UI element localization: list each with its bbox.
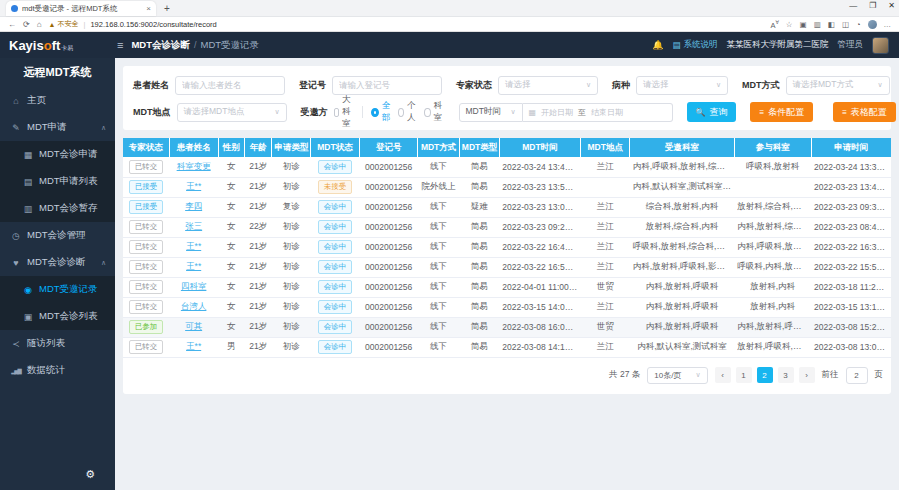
back-icon[interactable]: ← [8,20,16,29]
split-screen-icon[interactable]: ◫ [842,20,849,29]
time-field-select[interactable]: MDT时间∨ [459,103,523,122]
sidebar-item-chart[interactable]: ▂▅▇数据统计 [0,357,115,384]
cell-mdt_place: 兰江 [581,237,630,257]
cell-apply_type: 初诊 [272,217,310,237]
patient-name-link[interactable]: 王** [186,261,201,271]
cell-mdt_status: 会诊中 [310,277,359,297]
next-page-button[interactable]: › [799,367,815,383]
cell-mdt_type: 简易 [459,337,499,357]
browser-menu-icon[interactable]: … [884,20,892,29]
page-button-3[interactable]: 3 [778,367,794,383]
goto-page-input[interactable] [846,367,868,384]
patient-name-link[interactable]: 科室变更 [177,161,211,171]
breadcrumb-root[interactable]: MDT会诊诊断 [131,39,190,52]
collapse-menu-icon[interactable]: ≡ [117,39,123,51]
favorite-star-icon[interactable]: ☆ [786,20,793,29]
reader-icon[interactable]: A∀ [770,19,778,30]
patient-name-link[interactable]: 张三 [185,221,202,231]
condition-config-button[interactable]: ≡条件配置 [750,102,813,122]
sidebar-item-heart[interactable]: ♥MDT会诊诊断∧ [0,249,115,276]
radio-all[interactable]: 全部 [371,100,392,124]
sidebar-item-label: MDT申请列表 [39,175,98,188]
status-badge: 会诊中 [318,240,353,254]
patient-name-link[interactable]: 王** [186,181,201,191]
patient-name-link[interactable]: 王** [186,341,201,351]
date-range-picker[interactable]: ▦ 开始日期 至 结束日期 [523,103,673,122]
table-config-button[interactable]: ≡表格配置 [833,102,896,122]
patient-name-input[interactable] [175,76,285,95]
page-button-1[interactable]: 1 [736,367,752,383]
avatar[interactable] [872,37,889,54]
maximize-button[interactable]: ❐ [869,1,876,10]
page-buttons: ‹ 123 › [715,367,815,383]
cell-mdt_place: 世贸 [581,317,630,337]
sidebar-item-home[interactable]: ⌂主页 [0,87,115,114]
radio-dept[interactable]: 科室 [424,100,445,124]
cell-mdt_time: 2022-03-08 16:00:00 [499,317,580,337]
minimize-button[interactable]: — [849,1,857,10]
browser-profile-icon[interactable] [868,20,877,29]
mdt-records-table: 专家状态患者姓名性别年龄申请类型MDT状态登记号MDT方式MDT类型MDT时间M… [123,138,891,358]
cell-invited_depts: 放射科,综合科,内科 [630,217,734,237]
cell-expert_status: 已接受 [123,197,169,217]
prev-page-button[interactable]: ‹ [715,367,731,383]
column-header: 参与科室 [734,138,811,157]
extension-icon[interactable]: ▥ [814,20,821,29]
cell-expert_status: 已转交 [123,257,169,277]
cell-apply_type: 初诊 [272,177,310,197]
url-text: 192.168.0.156:9002/consultate/record [90,20,216,29]
sidebar-item-grid[interactable]: ▦MDT会诊申请 [0,141,115,168]
address-bar[interactable]: ▲ 不安全 | 192.168.0.156:9002/consultate/re… [49,19,764,29]
mdt-place-select[interactable]: 请选择MDT地点∨ [177,103,287,122]
home-icon[interactable]: ⌂ [37,20,42,29]
gear-icon[interactable]: ⚙ [85,468,95,481]
main-content: 患者姓名 登记号 专家状态 请选择∨ 病种 请选择∨ [115,58,899,490]
status-badge: 会诊中 [318,260,353,274]
extension-icon[interactable]: ▣ [800,20,807,29]
bell-icon[interactable]: 🔔 [652,40,663,50]
sidebar-item-clock[interactable]: ◷MDT会诊管理 [0,222,115,249]
sidebar-item-share[interactable]: ≺随访列表 [0,330,115,357]
browser-tab[interactable]: mdt受邀记录 - 远程MDT系统 × [6,1,156,16]
sidebar-item-user[interactable]: ◉MDT受邀记录 [0,276,115,303]
patient-name-link[interactable]: 四科室 [181,281,207,291]
security-warning-icon[interactable]: ▲ 不安全 [49,19,79,29]
patient-name-link[interactable]: 台湾人 [181,301,207,311]
mdt-mode-select[interactable]: 请选择MDT方式∨ [786,76,890,95]
search-button[interactable]: 🔍查询 [687,102,737,122]
page-size-select[interactable]: 10条/页∨ [647,367,707,384]
sidebar-item-label: MDT会诊管理 [27,229,86,242]
checkbox-big-dept[interactable]: 大科室 [334,94,355,130]
patient-name-link[interactable]: 李四 [185,201,202,211]
close-button[interactable]: ✕ [888,1,895,10]
table-row: 已转交台湾人女21岁初诊会诊中0002001256线下简易2022-03-15 … [123,297,891,317]
system-help-link[interactable]: ▤系统说明 [672,39,717,51]
tab-close-icon[interactable]: × [146,4,151,13]
chevron-icon: ∧ [101,124,106,132]
home-icon: ⌂ [11,96,21,106]
extension-icon[interactable]: ◧ [828,20,835,29]
sidebar-item-list2[interactable]: ▥MDT会诊暂存 [0,195,115,222]
sidebar-item-list[interactable]: ▤MDT申请列表 [0,168,115,195]
reg-no-input[interactable] [332,76,442,95]
cell-age: 21岁 [244,157,272,177]
disease-select[interactable]: 请选择∨ [636,76,728,95]
copilot-icon[interactable]: ◔ [856,20,861,29]
patient-name-link[interactable]: 王** [186,241,201,251]
table-row: 已接受李四女21岁复诊会诊中0002001256线下疑难2022-03-23 1… [123,197,891,217]
new-tab-button[interactable]: + [164,1,170,16]
status-badge: 已接受 [129,180,164,194]
sidebar-item-shield[interactable]: ▣MDT会诊列表 [0,303,115,330]
cell-invited_depts: 内科,放射科,呼吸科 [630,317,734,337]
status-badge: 会诊中 [318,200,353,214]
radio-personal[interactable]: 个人 [398,100,419,124]
column-header: 申请时间 [811,138,891,157]
page-button-2[interactable]: 2 [757,367,773,383]
expert-status-select[interactable]: 请选择∨ [498,76,598,95]
cell-apply_time: 2022-03-18 11:28:25 [811,277,891,297]
refresh-icon[interactable]: ⟳ [23,20,30,29]
patient-name-link[interactable]: 可其 [185,321,202,331]
sidebar-item-edit[interactable]: ✎MDT申请∧ [0,114,115,141]
sliders-icon: ≡ [759,108,764,117]
window-controls: — ❐ ✕ [849,1,895,10]
